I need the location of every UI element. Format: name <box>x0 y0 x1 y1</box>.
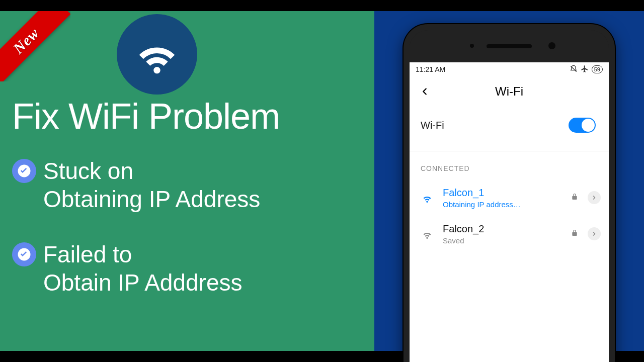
section-label: CONNECTED <box>410 151 609 179</box>
wifi-toggle-switch[interactable] <box>569 118 596 133</box>
wifi-toggle-label: Wi-Fi <box>421 120 444 131</box>
wifi-signal-icon <box>421 228 434 240</box>
status-time: 11:21 AM <box>416 65 445 73</box>
lock-icon <box>571 229 579 239</box>
right-panel: 11:21 AM 59 <box>374 11 644 351</box>
back-button[interactable] <box>419 85 431 98</box>
check-icon <box>12 242 36 266</box>
check-icon <box>12 159 36 183</box>
letterbox-top <box>0 0 644 11</box>
mute-icon <box>570 65 578 74</box>
network-status: Obtaining IP address… <box>443 200 561 209</box>
lock-icon <box>571 193 579 203</box>
bullet-text: Stuck on Obtaining IP Address <box>43 157 260 213</box>
status-bar: 11:21 AM 59 <box>410 62 609 76</box>
network-status: Saved <box>443 236 561 245</box>
chevron-right-icon[interactable] <box>588 227 601 240</box>
bullet-text: Failed to Obtain IP Adddress <box>43 240 243 297</box>
new-badge: New <box>0 11 70 81</box>
settings-header: Wi-Fi <box>410 76 609 103</box>
network-name: Falcon_2 <box>443 223 561 235</box>
new-badge-label: New <box>10 24 42 57</box>
left-panel: New Fix WiFi Problem Stuck on Obtaining … <box>0 11 374 351</box>
phone-screen: 11:21 AM 59 <box>410 62 609 362</box>
phone-bezel-top <box>410 30 609 62</box>
bullet-item: Failed to Obtain IP Adddress <box>12 240 369 297</box>
wifi-icon <box>117 14 197 95</box>
wifi-signal-icon <box>421 192 434 204</box>
network-name: Falcon_1 <box>443 187 561 199</box>
headline: Fix WiFi Problem <box>12 96 280 137</box>
battery-indicator: 59 <box>592 65 603 73</box>
chevron-right-icon[interactable] <box>588 191 601 204</box>
airplane-icon <box>581 65 589 74</box>
page-title: Wi-Fi <box>435 84 584 99</box>
network-row[interactable]: Falcon_1 Obtaining IP address… <box>410 179 609 216</box>
wifi-toggle-row: Wi-Fi <box>410 103 609 148</box>
bullet-item: Stuck on Obtaining IP Address <box>12 157 369 213</box>
phone-frame: 11:21 AM 59 <box>404 24 615 362</box>
network-row[interactable]: Falcon_2 Saved <box>410 216 609 252</box>
